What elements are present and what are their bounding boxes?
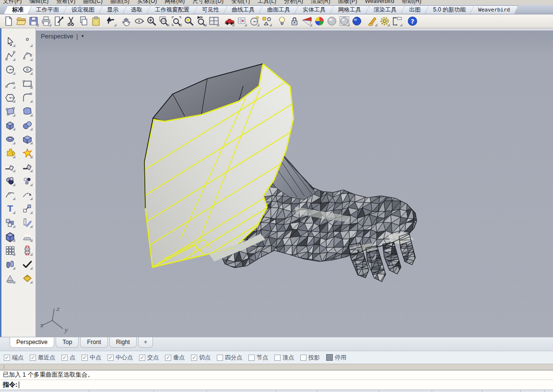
osnap-near-checkbox[interactable]: ✓ bbox=[30, 355, 36, 361]
polygon-button[interactable] bbox=[4, 92, 16, 104]
menu-item-weaverbird[interactable]: Weaverbird bbox=[365, 0, 394, 4]
viewport-tab-top[interactable]: Top bbox=[56, 337, 79, 348]
viewport-tab-front[interactable]: Front bbox=[80, 337, 107, 348]
osnap-point-checkbox[interactable]: ✓ bbox=[61, 355, 68, 361]
osnap-knot[interactable]: 节点 bbox=[248, 354, 268, 362]
chevron-down-icon[interactable]: ▼ bbox=[81, 34, 84, 38]
zoom-button[interactable] bbox=[145, 15, 158, 27]
osnap-intersection[interactable]: ✓交点 bbox=[139, 354, 159, 362]
osnap-intersection-checkbox[interactable]: ✓ bbox=[139, 355, 145, 361]
toolbar-tab-solid-tools[interactable]: 实体工具 bbox=[294, 5, 334, 14]
pan-button[interactable] bbox=[120, 15, 133, 27]
zoom-extents-button[interactable] bbox=[170, 15, 183, 27]
rotate-view-button[interactable] bbox=[133, 15, 145, 27]
explode-spark-button[interactable] bbox=[21, 147, 34, 159]
zoom-window-button[interactable] bbox=[158, 15, 170, 27]
new-file-button[interactable] bbox=[2, 15, 15, 27]
osnap-perpendicular[interactable]: ✓垂点 bbox=[165, 354, 185, 362]
split-button[interactable] bbox=[21, 161, 34, 173]
osnap-perpendicular-checkbox[interactable]: ✓ bbox=[165, 355, 171, 361]
osnap-tangent-checkbox[interactable]: ✓ bbox=[191, 355, 197, 361]
osnap-project-checkbox[interactable] bbox=[300, 355, 306, 361]
render-wedge-button[interactable] bbox=[301, 15, 313, 27]
solid-box-button[interactable] bbox=[4, 231, 16, 243]
rotate-plane-button[interactable] bbox=[21, 217, 34, 229]
osnap-filter-button[interactable] bbox=[260, 15, 273, 27]
rendered-viewport-button[interactable] bbox=[351, 15, 363, 27]
osnap-center[interactable]: ✓中心点 bbox=[107, 354, 133, 362]
lock-button[interactable] bbox=[288, 15, 301, 27]
osnap-disable[interactable]: 停用 bbox=[326, 354, 346, 362]
named-views-button[interactable] bbox=[223, 15, 235, 27]
rectangle-button[interactable] bbox=[21, 78, 34, 90]
save-button[interactable] bbox=[27, 15, 40, 27]
menu-item-surface[interactable]: 曲面(S) bbox=[110, 0, 129, 5]
cut-button[interactable] bbox=[65, 15, 77, 27]
cylinder-pair-button[interactable] bbox=[4, 259, 16, 271]
toolbar-tab-curve-tools[interactable]: 曲线工具 bbox=[224, 5, 263, 14]
print-button[interactable] bbox=[40, 15, 52, 27]
viewport-tab-right[interactable]: Right bbox=[109, 337, 137, 348]
render-cone-button[interactable] bbox=[366, 15, 378, 27]
command-line[interactable]: 指令: bbox=[0, 380, 553, 390]
paste-button[interactable] bbox=[90, 15, 102, 27]
menu-item-edit[interactable]: 编辑(E) bbox=[29, 0, 48, 5]
export-with-origin-button[interactable] bbox=[52, 15, 65, 27]
interpolate-curve-button[interactable] bbox=[21, 50, 34, 62]
plugin-puzzle-button[interactable] bbox=[4, 147, 16, 159]
dimension-button[interactable] bbox=[391, 15, 403, 27]
plan-view-button[interactable] bbox=[235, 15, 248, 27]
menu-item-mesh[interactable]: 网格(M) bbox=[165, 0, 185, 5]
move-copy-button[interactable] bbox=[21, 203, 34, 215]
spheres-button[interactable] bbox=[21, 119, 34, 131]
osnap-quadrant[interactable]: 四分点 bbox=[217, 354, 242, 362]
polyline-button[interactable] bbox=[4, 50, 16, 62]
osnap-center-checkbox[interactable]: ✓ bbox=[107, 355, 114, 361]
toolbar-tab-surface-tools[interactable]: 曲面工具 bbox=[259, 5, 298, 14]
toolbar-tab-visibility[interactable]: 可见性 bbox=[194, 5, 227, 14]
surface-patch-button[interactable] bbox=[21, 133, 34, 145]
menu-item-curve[interactable]: 曲线(C) bbox=[83, 0, 103, 5]
osnap-point[interactable]: ✓点 bbox=[61, 354, 75, 362]
text-button[interactable]: T bbox=[4, 203, 16, 215]
toolbar-tab-render-tools[interactable]: 渲染工具 bbox=[365, 5, 405, 14]
toolbar-tab-drafting[interactable]: 出图 bbox=[401, 5, 429, 14]
toolbar-tab-standard[interactable]: 标准 bbox=[4, 5, 32, 14]
color-wheel-button[interactable] bbox=[313, 15, 326, 27]
check-selection-button[interactable] bbox=[21, 259, 34, 271]
circle-button[interactable] bbox=[4, 64, 16, 76]
osnap-tangent[interactable]: ✓切点 bbox=[191, 354, 211, 362]
toolbar-tab-select[interactable]: 选取 bbox=[123, 5, 151, 14]
viewport-tab-perspective[interactable]: Perspective bbox=[10, 337, 54, 348]
osnap-knot-checkbox[interactable] bbox=[248, 355, 255, 361]
osnap-end[interactable]: ✓端点 bbox=[4, 354, 24, 362]
point-cloud-button[interactable] bbox=[21, 175, 34, 187]
blocks-button[interactable] bbox=[4, 217, 16, 229]
trim-button[interactable] bbox=[4, 161, 16, 173]
options-gear-button[interactable] bbox=[378, 15, 391, 27]
menu-item-analyze[interactable]: 分析(A) bbox=[284, 0, 303, 5]
menu-item-transform[interactable]: 变动(T) bbox=[231, 0, 250, 5]
toolbar-tab-mesh-tools[interactable]: 网格工具 bbox=[330, 5, 369, 14]
box-button[interactable] bbox=[4, 119, 16, 131]
layer-light-button[interactable] bbox=[276, 15, 288, 27]
ellipse-button[interactable] bbox=[21, 64, 34, 76]
toolbar-tab-viewport-layout[interactable]: 工作视窗配置 bbox=[147, 5, 198, 14]
menu-item-tools[interactable]: 工具(L) bbox=[258, 0, 276, 5]
toolbar-tab-display[interactable]: 显示 bbox=[99, 5, 127, 14]
osnap-mid[interactable]: ✓中点 bbox=[82, 354, 101, 362]
copy-button[interactable] bbox=[77, 15, 90, 27]
curve-edit-point-button[interactable] bbox=[4, 189, 16, 201]
menu-item-panels[interactable]: 面板(P) bbox=[338, 0, 357, 5]
menu-item-file[interactable]: 文件(F) bbox=[3, 0, 22, 5]
undo-view-button[interactable] bbox=[195, 15, 208, 27]
spotlights-button[interactable] bbox=[21, 231, 34, 243]
shaded-viewport-button[interactable] bbox=[326, 15, 338, 27]
point-button[interactable] bbox=[21, 36, 34, 48]
perspective-viewport[interactable]: xyz Perspective|▼ bbox=[36, 28, 553, 337]
ghosted-viewport-button[interactable] bbox=[338, 15, 351, 27]
osnap-disable-swatch[interactable] bbox=[326, 354, 333, 361]
osnap-end-checkbox[interactable]: ✓ bbox=[4, 355, 10, 361]
toolbar-tab-cplane[interactable]: 工作平面 bbox=[28, 5, 67, 14]
arc-button[interactable] bbox=[4, 78, 16, 90]
